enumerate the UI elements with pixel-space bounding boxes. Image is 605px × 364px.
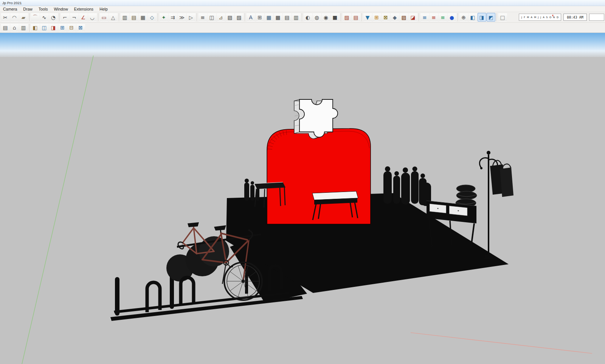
- pleat-panel-icon[interactable]: ▥: [292, 13, 301, 22]
- toolbar-separator: [302, 13, 302, 21]
- puzzle-front-face: [299, 99, 338, 137]
- corner-line-icon[interactable]: ⌐: [61, 13, 70, 22]
- leaf-tool-icon[interactable]: ✦: [160, 13, 168, 22]
- stack-layers-icon[interactable]: ≡: [199, 13, 207, 22]
- knife-tool-icon[interactable]: ✂: [1, 13, 10, 22]
- mirror-arrows-icon[interactable]: ⇉: [169, 13, 177, 22]
- hatch-lines-icon[interactable]: ▨: [226, 13, 234, 22]
- archive-box-icon[interactable]: ▥: [19, 23, 28, 32]
- mesh-grid-icon[interactable]: ▦: [265, 13, 273, 22]
- component-box-blue2-icon[interactable]: ◨: [478, 13, 486, 22]
- arc-tool-icon[interactable]: ◡: [88, 13, 97, 22]
- toolbar-separator: [98, 13, 98, 21]
- menu-extensions[interactable]: Extensions: [71, 7, 96, 11]
- sack-component-icon[interactable]: ⊠: [382, 13, 390, 22]
- shadow-month-strip[interactable]: JFMAMJJASOND: [519, 14, 561, 21]
- warp-slab-icon[interactable]: ◪: [409, 13, 417, 22]
- component-solid-box-icon[interactable]: ⊠: [76, 23, 85, 32]
- month-letter: J: [521, 16, 522, 19]
- stairs-ramp-icon[interactable]: ⊿: [217, 13, 225, 22]
- toolbar-separator: [158, 13, 158, 21]
- column-array-icon[interactable]: ▤: [130, 13, 138, 22]
- toolbar-separator: [29, 24, 29, 32]
- solid-box-icon[interactable]: ■: [331, 13, 340, 22]
- toolbar-separator: [197, 13, 197, 21]
- component-brown-box-icon[interactable]: ◧: [31, 23, 40, 32]
- toolbar-separator: [245, 13, 245, 21]
- white-box-icon[interactable]: □: [498, 13, 507, 22]
- pipe-array-icon[interactable]: ▦: [139, 13, 147, 22]
- shell-curve-icon[interactable]: ◍: [313, 13, 321, 22]
- fan-fold-icon[interactable]: ◐: [304, 13, 312, 22]
- component-grid-box-icon[interactable]: ⊞: [58, 23, 67, 32]
- triangle-face-icon[interactable]: △: [109, 13, 118, 22]
- briefcase-icon[interactable]: ▤: [1, 23, 10, 32]
- month-letter: A: [543, 16, 544, 19]
- vase-component-icon[interactable]: ◆: [391, 13, 399, 22]
- red-rounded-cube[interactable]: [267, 129, 371, 224]
- slab-texture-icon[interactable]: ▨: [400, 13, 408, 22]
- sky: [0, 33, 605, 58]
- 3d-viewport[interactable]: [0, 33, 605, 364]
- brick-panel-icon[interactable]: ▤: [352, 13, 360, 22]
- curtain-pleat-icon[interactable]: ▤: [283, 13, 292, 22]
- taper-arrow-icon[interactable]: ▷: [187, 13, 195, 22]
- menu-bar: CameraDrawToolsWindowExtensionsHelp: [0, 6, 605, 12]
- title-bar: Jp Pro 2021: [0, 0, 605, 6]
- skew-arrow-icon[interactable]: ≫: [178, 13, 186, 22]
- month-letter: J: [540, 16, 541, 19]
- month-letter: M: [534, 16, 536, 19]
- rect-face-icon[interactable]: ▭: [100, 13, 109, 22]
- component-box-blue-icon[interactable]: ◧: [468, 13, 477, 22]
- label-a-icon[interactable]: A: [247, 13, 255, 22]
- clipped-control: [589, 14, 604, 21]
- loft-surface-icon[interactable]: ◇: [148, 13, 157, 22]
- corner-line2-icon[interactable]: ¬: [70, 13, 79, 22]
- drape-cloth-icon[interactable]: ◉: [322, 13, 330, 22]
- toolbar-icon-strip-2: ▤⌂▥◧◫◨⊞⊟⊠: [1, 23, 85, 32]
- toolbar-separator: [341, 13, 341, 21]
- component-blue-box-icon[interactable]: ◫: [40, 23, 49, 32]
- menu-camera[interactable]: Camera: [0, 7, 20, 11]
- crosshatch-icon[interactable]: ▧: [235, 13, 244, 22]
- home-icon[interactable]: ⌂: [10, 23, 19, 32]
- drop-tool-icon[interactable]: ▼: [363, 13, 372, 22]
- tote-bag[interactable]: [500, 167, 513, 197]
- toolbar-separator: [458, 13, 458, 21]
- viewport-canvas[interactable]: [0, 33, 605, 364]
- menu-draw[interactable]: Draw: [20, 7, 36, 11]
- menu-help[interactable]: Help: [96, 7, 111, 11]
- layers-red-icon[interactable]: ≡: [430, 13, 438, 22]
- month-letter: J: [538, 16, 539, 19]
- globe-blue-icon[interactable]: ●: [448, 13, 456, 22]
- panel-grid-icon[interactable]: ⊞: [256, 13, 264, 22]
- spiral-tool-icon[interactable]: ◔: [49, 13, 58, 22]
- month-letter: O: [549, 16, 551, 19]
- offset-panels-icon[interactable]: ◫: [208, 13, 216, 22]
- component-pair-box-icon[interactable]: ⊟: [67, 23, 76, 32]
- freehand-curve-icon[interactable]: ∿: [40, 13, 49, 22]
- weave-pattern-icon[interactable]: ▩: [274, 13, 282, 22]
- window-title: Jp Pro 2021: [2, 1, 22, 5]
- bezier-curve-icon[interactable]: ⌒: [31, 13, 40, 22]
- gift-component-icon[interactable]: ⊞: [372, 13, 381, 22]
- month-letter: F: [524, 16, 525, 19]
- layers-green-icon[interactable]: ≡: [439, 13, 447, 22]
- bar-array-icon[interactable]: ▥: [121, 13, 129, 22]
- toolbar-separator: [361, 13, 362, 21]
- component-box-blue3-icon[interactable]: ◩: [487, 13, 495, 22]
- lasso-select-icon[interactable]: ◠: [10, 13, 19, 22]
- toolbar-separator: [29, 13, 29, 21]
- secondary-toolbar: ▤⌂▥◧◫◨⊞⊟⊠: [0, 23, 605, 33]
- menu-window[interactable]: Window: [51, 7, 71, 11]
- component-red-box-icon[interactable]: ◨: [49, 23, 58, 32]
- move-axes-icon[interactable]: ⊕: [459, 13, 468, 22]
- eraser-tool-icon[interactable]: ▰: [19, 13, 28, 22]
- sketchup-window: Jp Pro 2021 CameraDrawToolsWindowExtensi…: [0, 0, 605, 364]
- angle-dim-icon[interactable]: ∠: [79, 13, 88, 22]
- menu-tools[interactable]: Tools: [36, 7, 51, 11]
- toolbar-icon-strip: ✂◠▰⌒∿◔⌐¬∠◡▭△▥▤▦◇✦⇉≫▷≡◫⊿▨▧A⊞▦▩▤▥◐◍◉■▧▤▼⊞⊠…: [1, 13, 507, 22]
- layers-blue-icon[interactable]: ≡: [420, 13, 429, 22]
- roof-tile-icon[interactable]: ▧: [343, 13, 351, 22]
- shadow-time-display[interactable]: 08:43 AM: [563, 14, 587, 21]
